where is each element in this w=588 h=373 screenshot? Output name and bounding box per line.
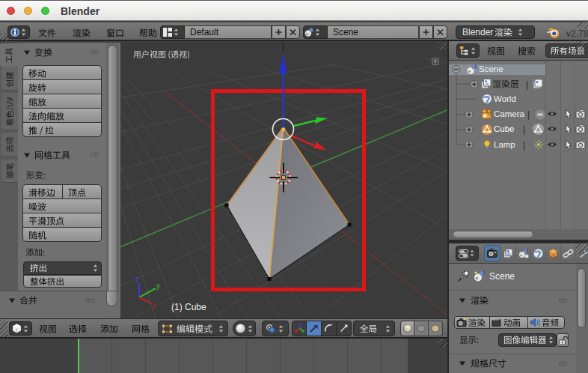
- svg-text:x: x: [153, 301, 156, 309]
- svg-text:y: y: [156, 282, 160, 290]
- svg-text:z: z: [135, 275, 139, 283]
